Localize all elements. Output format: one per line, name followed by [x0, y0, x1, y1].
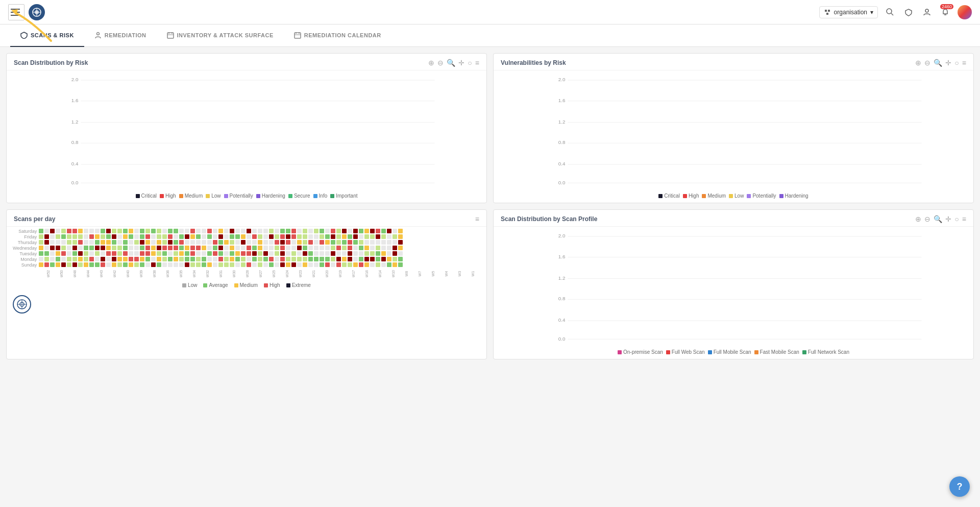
- heatmap-cell: [44, 257, 49, 261]
- heatmap-cell: [190, 246, 195, 250]
- x-label-item: [464, 270, 470, 277]
- heatmap-cell: [364, 257, 369, 261]
- heatmap-cell: [39, 257, 43, 261]
- svg-text:08 Jan: 08 Jan: [174, 186, 189, 187]
- heatmap-cell: [56, 234, 60, 239]
- x-label-item: [292, 270, 298, 277]
- reset-icon[interactable]: ○: [468, 59, 472, 67]
- heatmap-cell: [247, 229, 251, 233]
- move-icon[interactable]: ✛: [458, 59, 464, 67]
- heatmap-cell: [95, 262, 100, 267]
- menu-icon[interactable]: ≡: [962, 215, 966, 223]
- x-label-item: W27: [259, 270, 264, 277]
- svg-text:2.0: 2.0: [558, 233, 566, 238]
- heatmap-cell: [348, 234, 352, 239]
- row-labels: Saturday Friday Thursday Wednesday Tuesd…: [13, 229, 39, 268]
- heatmap-cell: [336, 229, 341, 233]
- heatmap-cell: [151, 257, 156, 261]
- heatmap-cell: [112, 251, 116, 256]
- heatmap-cell: [314, 229, 318, 233]
- heatmap-cell: [112, 246, 116, 250]
- heatmap-cell: [202, 257, 206, 261]
- heatmap-cell: [320, 251, 324, 256]
- avatar[interactable]: [958, 5, 972, 19]
- heatmap-cell: [174, 262, 178, 267]
- zoom-out-icon[interactable]: ⊖: [437, 59, 444, 67]
- zoom-fit-icon[interactable]: 🔍: [934, 59, 942, 67]
- heatmap-row: [39, 229, 480, 233]
- legend-onpremise: On-premise Scan: [618, 349, 663, 355]
- reset-icon[interactable]: ○: [954, 215, 959, 223]
- potentially-label: Potentially: [752, 193, 776, 199]
- heatmap-cell: [342, 229, 347, 233]
- heatmap-cell: [84, 234, 88, 239]
- heatmap-cell: [359, 262, 363, 267]
- tab-remediation-calendar[interactable]: REMEDIATION CALENDAR: [284, 25, 391, 47]
- heatmap-cell: [174, 257, 178, 261]
- heatmap-cell: [44, 251, 49, 256]
- chart-header: Vulnerabilities by Risk ⊕ ⊖ 🔍 ✛ ○ ≡: [494, 54, 973, 70]
- tab-inventory[interactable]: INVENTORY & ATTACK SURFACE: [157, 25, 284, 47]
- zoom-fit-icon[interactable]: 🔍: [447, 59, 455, 67]
- svg-text:24 Dec: 24 Dec: [574, 186, 590, 187]
- x-label-item: W28: [246, 270, 251, 277]
- svg-text:1.6: 1.6: [558, 254, 566, 259]
- heatmap-cell: [353, 229, 358, 233]
- move-icon[interactable]: ✛: [945, 215, 951, 223]
- svg-point-10: [925, 9, 928, 12]
- zoom-out-icon[interactable]: ⊖: [924, 59, 930, 67]
- heatmap-cell: [224, 251, 229, 256]
- heatmap-cell: [196, 229, 201, 233]
- heatmap-cell: [263, 262, 268, 267]
- x-label-item: W25: [272, 270, 278, 277]
- heatmap-cell: [179, 246, 184, 250]
- shield-icon: [904, 8, 913, 16]
- heatmap-cell: [151, 262, 156, 267]
- person-button[interactable]: [921, 6, 933, 18]
- menu-button[interactable]: [8, 4, 24, 20]
- heatmap-cell: [353, 262, 358, 267]
- heatmap-cell: [129, 251, 133, 256]
- heatmap-cell: [95, 229, 100, 233]
- heatmap-cell: [286, 246, 290, 250]
- chart-header: Scan Distribution by Risk ⊕ ⊖ 🔍 ✛ ○ ≡: [7, 54, 486, 70]
- legend-critical: Critical: [136, 193, 157, 199]
- heatmap-cell: [280, 257, 285, 261]
- reset-icon[interactable]: ○: [954, 59, 959, 67]
- average-label: Average: [209, 282, 228, 288]
- tab-scans-risk[interactable]: SCANS & RISK: [10, 25, 84, 47]
- menu-icon[interactable]: ≡: [962, 59, 966, 67]
- legend-fullnetwork: Full Network Scan: [802, 349, 849, 355]
- zoom-in-icon[interactable]: ⊕: [915, 59, 921, 67]
- heatmap-cell: [370, 251, 375, 256]
- heatmap-cell: [202, 246, 206, 250]
- heatmap-cell: [101, 257, 105, 261]
- menu-icon[interactable]: ≡: [475, 215, 479, 223]
- heatmap-cell: [101, 246, 105, 250]
- hamburger-line: [11, 9, 20, 10]
- move-icon[interactable]: ✛: [945, 59, 951, 67]
- zoom-out-icon[interactable]: ⊖: [924, 215, 930, 223]
- heatmap-cell: [106, 246, 111, 250]
- zoom-fit-icon[interactable]: 🔍: [934, 215, 942, 223]
- x-label-item: W32: [206, 270, 211, 277]
- heatmap-cell: [72, 234, 77, 239]
- tab-remediation-label: REMEDIATION: [105, 32, 146, 38]
- org-selector[interactable]: organisation ▾: [819, 6, 878, 18]
- notifications-button[interactable]: 2460: [939, 6, 951, 18]
- tab-remediation[interactable]: REMEDIATION: [84, 25, 157, 47]
- x-label-item: [358, 270, 364, 277]
- heatmap-main-area: Saturday Friday Thursday Wednesday Tuesd…: [13, 229, 480, 268]
- svg-text:0.0: 0.0: [558, 180, 566, 185]
- x-label-item: [212, 270, 218, 277]
- x-label-item: W23: [299, 270, 304, 277]
- zoom-in-icon[interactable]: ⊕: [428, 59, 434, 67]
- search-button[interactable]: [884, 6, 896, 18]
- heatmap-cell: [398, 257, 403, 261]
- svg-text:1.2: 1.2: [558, 119, 566, 125]
- shield-button[interactable]: [902, 6, 915, 18]
- menu-icon[interactable]: ≡: [475, 59, 479, 67]
- heatmap-cell: [370, 229, 375, 233]
- heatmap-cell: [258, 246, 262, 250]
- zoom-in-icon[interactable]: ⊕: [915, 215, 921, 223]
